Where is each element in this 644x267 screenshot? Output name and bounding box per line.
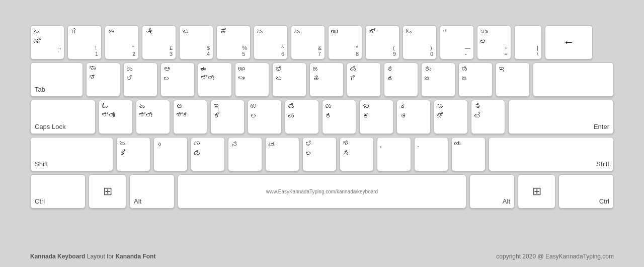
key-w[interactable]: ಏ ಲಿ	[123, 62, 157, 97]
key-c[interactable]: ಣ ಮ	[191, 137, 225, 171]
key-semicolon[interactable]: ಬ ಚೆ	[434, 100, 468, 134]
key-bracket-l[interactable]: ಡ ಜ	[458, 62, 493, 97]
key-4[interactable]: ಬ $4	[179, 25, 213, 59]
key-bracket-r[interactable]: ಇ	[496, 62, 530, 97]
tab-key[interactable]: Tab	[30, 62, 83, 97]
zxcv-row: Shift ಏ ಠಿ ೦ ಣ ಮ ನ	[30, 137, 614, 171]
key-b[interactable]: ವ	[265, 137, 299, 171]
ctrl-left-key[interactable]: Ctrl	[30, 174, 86, 209]
footer: Kannada Keyboard Layout for Kananda Font…	[30, 253, 614, 260]
enter-key[interactable]: Enter	[508, 100, 614, 134]
key-u[interactable]: ಜ ಹ	[309, 62, 344, 97]
key-2[interactable]: ಅ "2	[105, 25, 139, 59]
key-p[interactable]: ರು ಜ	[421, 62, 455, 97]
key-x[interactable]: ೦	[153, 137, 188, 171]
key-g[interactable]: ಉ ಲ	[248, 100, 282, 134]
key-5[interactable]: ಹೆ %5	[216, 25, 251, 59]
key-e[interactable]: ಆ ಲ	[160, 62, 195, 97]
key-8[interactable]: ಊ *8	[328, 25, 362, 59]
asdf-row: Caps Lock ಓ ಶ್ಲೋ ಏ ಶ್ಲೇ ಅ ಶ್ಕ ಇ ಠಿ	[30, 100, 614, 134]
key-0[interactable]: ಓ )0	[403, 25, 437, 59]
key-minus[interactable]: ಃ —-	[440, 25, 474, 59]
font-name: Kananda Font	[115, 253, 155, 260]
space-key[interactable]: www.EasyKannadaTyping.com/kannada/keyboa…	[178, 174, 466, 209]
key-7[interactable]: ಏ &7	[291, 25, 325, 59]
key-pipe[interactable]: |\	[514, 25, 542, 59]
qwerty-row: Tab ಶಾ ಶಿ ಏ ಲಿ ಆ ಲ ಈ ಶ್ಲೇ	[30, 62, 614, 97]
shift-left-key[interactable]: Shift	[30, 137, 113, 171]
win-left-key[interactable]: ⊞	[89, 174, 126, 209]
alt-right-key[interactable]: Alt	[469, 174, 515, 209]
keyboard: ಒ ಣ್ ¬` ಗ !1 ಅ "2 ತೀ £3	[30, 25, 614, 212]
key-m[interactable]: ಶ ಸ	[340, 137, 374, 171]
key-period[interactable]: .	[414, 137, 448, 171]
key-h[interactable]: ಫ ಪ	[285, 100, 319, 134]
footer-copyright: copyright 2020 @ EasyKannadaTyping.com	[496, 253, 614, 260]
key-quote[interactable]: ತ ಟಿ	[471, 100, 505, 134]
key-9[interactable]: ರ್ (9	[365, 25, 399, 59]
key-v[interactable]: ನ	[228, 137, 262, 171]
footer-subtitle: Layout for	[87, 253, 114, 260]
key-f[interactable]: ಇ ಠಿ	[210, 100, 245, 134]
key-6[interactable]: ಏ ^6	[254, 25, 288, 59]
key-i[interactable]: ಫ ಗ	[347, 62, 381, 97]
key-t[interactable]: ಊ ಲೂ	[235, 62, 269, 97]
key-backtick[interactable]: ಒ ಣ್ ¬`	[30, 25, 64, 59]
key-enter-top[interactable]	[533, 62, 614, 97]
alt-left-key[interactable]: Alt	[129, 174, 175, 209]
caps-lock-label: Caps Lock	[35, 123, 65, 130]
backspace-key[interactable]: ←	[545, 25, 593, 59]
key-o[interactable]: ಧ ದ	[384, 62, 418, 97]
key-equals[interactable]: ಖು ಲ +=	[477, 25, 511, 59]
caps-lock-key[interactable]: Caps Lock	[30, 100, 96, 134]
key-k[interactable]: ಖ ಕ	[359, 100, 393, 134]
key-s[interactable]: ಏ ಶ್ಲೇ	[136, 100, 170, 134]
key-y[interactable]: ಭ ಬ	[272, 62, 306, 97]
key-1[interactable]: ಗ !1	[67, 25, 102, 59]
ctrl-right-key[interactable]: Ctrl	[558, 174, 614, 209]
bottom-row: Ctrl ⊞ Alt www.EasyKannadaTyping.com/kan…	[30, 174, 614, 209]
key-j[interactable]: ಐ ರ	[322, 100, 356, 134]
key-a[interactable]: ಓ ಶ್ಲೋ	[99, 100, 133, 134]
footer-left: Kannada Keyboard Layout for Kananda Font	[30, 253, 155, 260]
key-slash[interactable]: ಯ	[451, 137, 486, 171]
number-row: ಒ ಣ್ ¬` ಗ !1 ಅ "2 ತೀ £3	[30, 25, 614, 59]
shift-right-key[interactable]: Shift	[489, 137, 614, 171]
space-url-label: www.EasyKannadaTyping.com/kannada/keyboa…	[266, 189, 378, 194]
key-d[interactable]: ಅ ಶ್ಕ	[173, 100, 207, 134]
key-r[interactable]: ಈ ಶ್ಲೇ	[198, 62, 232, 97]
keyboard-title: Kannada Keyboard	[30, 253, 85, 260]
key-comma[interactable]: ,	[377, 137, 411, 171]
key-n[interactable]: ಳ ಲ	[302, 137, 337, 171]
key-3[interactable]: ತೀ £3	[142, 25, 176, 59]
key-z[interactable]: ಏ ಠಿ	[116, 137, 150, 171]
key-l[interactable]: ಥ ತ	[396, 100, 431, 134]
win-right-key[interactable]: ⊞	[518, 174, 555, 209]
key-q[interactable]: ಶಾ ಶಿ	[86, 62, 120, 97]
